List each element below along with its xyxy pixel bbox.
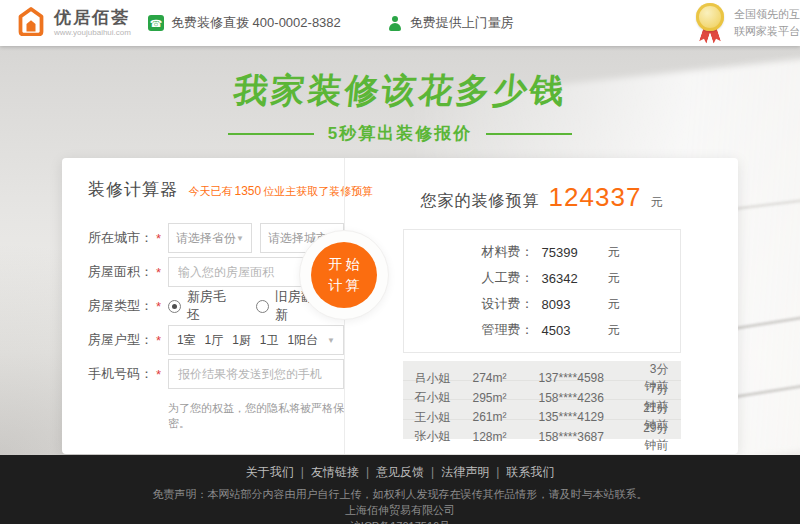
measure-service-label: 免费提供上门量房: [410, 14, 514, 32]
layout-label: 房屋户型：: [88, 331, 156, 349]
medal-icon: [695, 3, 725, 43]
footer: 关于我们友情链接意见反馈法律声明联系我们 免责声明：本网站部分内容由用户自行上传…: [0, 455, 800, 524]
dash-decoration: [486, 133, 572, 135]
footer-company: 上海佰伸贸易有限公司: [0, 503, 800, 519]
page-subtitle: 5秒算出装修报价: [0, 122, 800, 145]
nav-measure-service: 免费提供上门量房: [387, 14, 514, 32]
logo[interactable]: 优居佰荟 www.youjubaihui.com: [16, 6, 148, 40]
province-select[interactable]: 请选择省份 ▼: [168, 223, 252, 253]
platform-badge: 全国领先的互 联网家装平台: [695, 3, 800, 43]
footer-link-feedback[interactable]: 意见反馈: [376, 465, 441, 479]
calculator-form: 装修计算器 今天已有1350位业主获取了装修预算 所在城市： * 请选择省份 ▼…: [62, 158, 344, 454]
result-panel: 您家的装修预算 124337 元 材料费： 75399 元 人工费： 36342…: [345, 158, 738, 454]
start-calculate-inner: 开始 计算: [311, 242, 377, 308]
start-calculate-button[interactable]: 开始 计算: [299, 230, 389, 320]
phone-icon: ☎: [148, 15, 164, 31]
logo-text: 优居佰荟 www.youjubaihui.com: [54, 9, 131, 37]
required-mark: *: [156, 367, 168, 382]
logo-name: 优居佰荟: [54, 9, 131, 28]
footer-icp: 沪ICP备17017516号: [0, 519, 800, 524]
logo-url: www.youjubaihui.com: [54, 28, 131, 37]
breakdown-row-labor: 人工费： 36342 元: [404, 265, 680, 291]
calculator-title: 装修计算器: [88, 180, 178, 199]
layout-select[interactable]: 1室 1厅 1厨 1卫 1阳台 ▼: [168, 325, 344, 355]
main-stage: 我家装修该花多少钱 5秒算出装修报价 装修计算器 今天已有1350位业主获取了装…: [0, 46, 800, 455]
hotline-label: 免费装修直拨 400-0002-8382: [171, 14, 341, 32]
chevron-down-icon: ▼: [236, 234, 244, 243]
header: 优居佰荟 www.youjubaihui.com ☎ 免费装修直拨 400-00…: [0, 0, 800, 46]
recent-quotes-table: 吕小姐274m² 137****45983分钟前 石小姐295m² 158***…: [403, 361, 681, 439]
radio-unchecked-icon: [256, 300, 269, 313]
phone-row: 手机号码： *: [88, 359, 344, 389]
page-title: 我家装修该花多少钱: [231, 68, 569, 114]
radio-checked-icon: [168, 300, 181, 313]
breakdown-row-design: 设计费： 8093 元: [404, 291, 680, 317]
privacy-note: 为了您的权益，您的隐私将被严格保密。: [168, 401, 344, 431]
house-type-label: 房屋类型：: [88, 297, 156, 315]
nav-hotline: ☎ 免费装修直拨 400-0002-8382: [148, 14, 341, 32]
hero: 我家装修该花多少钱 5秒算出装修报价: [0, 46, 800, 145]
result-total: 124337: [549, 182, 642, 213]
footer-disclaimer: 免责声明：本网站部分内容由用户自行上传，如权利人发现存在误传其作品情形，请及时与…: [0, 487, 800, 503]
calculator-header: 装修计算器 今天已有1350位业主获取了装修预算: [88, 178, 344, 201]
result-unit: 元: [650, 194, 662, 211]
cost-breakdown: 材料费： 75399 元 人工费： 36342 元 设计费： 8093 元 管理…: [403, 229, 681, 353]
breakdown-row-management: 管理费： 4503 元: [404, 317, 680, 343]
calculator-card: 装修计算器 今天已有1350位业主获取了装修预算 所在城市： * 请选择省份 ▼…: [62, 158, 738, 454]
logo-house-icon: [16, 6, 46, 40]
dash-decoration: [228, 133, 314, 135]
phone-input-wrap: [168, 359, 344, 389]
footer-links: 关于我们友情链接意见反馈法律声明联系我们: [0, 464, 800, 481]
person-icon: [387, 16, 403, 31]
footer-link-legal[interactable]: 法律声明: [441, 465, 506, 479]
breakdown-row-material: 材料费： 75399 元: [404, 239, 680, 265]
result-header: 您家的装修预算 124337 元: [345, 182, 738, 213]
city-label: 所在城市：: [88, 229, 156, 247]
layout-row: 房屋户型： * 1室 1厅 1厨 1卫 1阳台 ▼: [88, 325, 344, 355]
badge-text: 全国领先的互 联网家装平台: [734, 6, 800, 40]
phone-input[interactable]: [178, 367, 334, 381]
footer-link-friends[interactable]: 友情链接: [311, 465, 376, 479]
footer-link-about[interactable]: 关于我们: [246, 465, 311, 479]
chevron-down-icon: ▼: [327, 336, 335, 345]
required-mark: *: [156, 299, 168, 314]
required-mark: *: [156, 265, 168, 280]
radio-new-house[interactable]: 新房毛坯: [168, 288, 232, 324]
required-mark: *: [156, 231, 168, 246]
table-row: 吕小姐274m² 137****45983分钟前: [403, 361, 681, 381]
footer-link-contact[interactable]: 联系我们: [506, 465, 554, 479]
area-label: 房屋面积：: [88, 263, 156, 281]
city-row: 所在城市： * 请选择省份 ▼ 请选择城市 ▼: [88, 223, 344, 253]
phone-label: 手机号码：: [88, 365, 156, 383]
required-mark: *: [156, 333, 168, 348]
result-title: 您家的装修预算: [421, 191, 540, 212]
